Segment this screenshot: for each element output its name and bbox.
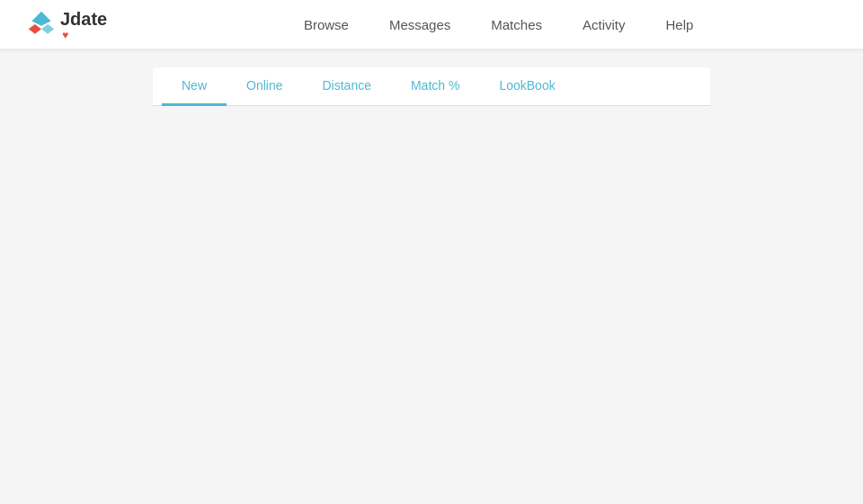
svg-marker-2 xyxy=(41,24,54,34)
tab-new[interactable]: New xyxy=(162,67,227,106)
nav-matches[interactable]: Matches xyxy=(491,13,542,37)
svg-marker-0 xyxy=(31,12,50,26)
logo-heart: ♥ xyxy=(62,30,107,40)
tab-lookbook[interactable]: LookBook xyxy=(479,67,574,106)
tab-online[interactable]: Online xyxy=(227,67,302,106)
logo-area[interactable]: Jdate ♥ xyxy=(27,9,107,40)
nav-help[interactable]: Help xyxy=(666,13,694,37)
browse-tabs: New Online Distance Match % LookBook xyxy=(153,67,710,106)
svg-marker-1 xyxy=(29,24,41,34)
nav-messages[interactable]: Messages xyxy=(389,13,450,37)
header: Jdate ♥ Browse Messages Matches Activity… xyxy=(0,0,863,49)
logo-icon xyxy=(27,10,56,39)
tab-distance[interactable]: Distance xyxy=(302,67,390,106)
main-content: New Online Distance Match % LookBook xyxy=(0,49,863,119)
nav-browse[interactable]: Browse xyxy=(304,13,349,37)
main-nav: Browse Messages Matches Activity Help xyxy=(161,13,836,37)
logo-text: Jdate xyxy=(60,9,107,29)
nav-activity[interactable]: Activity xyxy=(583,13,626,37)
tab-match-percent[interactable]: Match % xyxy=(391,67,479,106)
